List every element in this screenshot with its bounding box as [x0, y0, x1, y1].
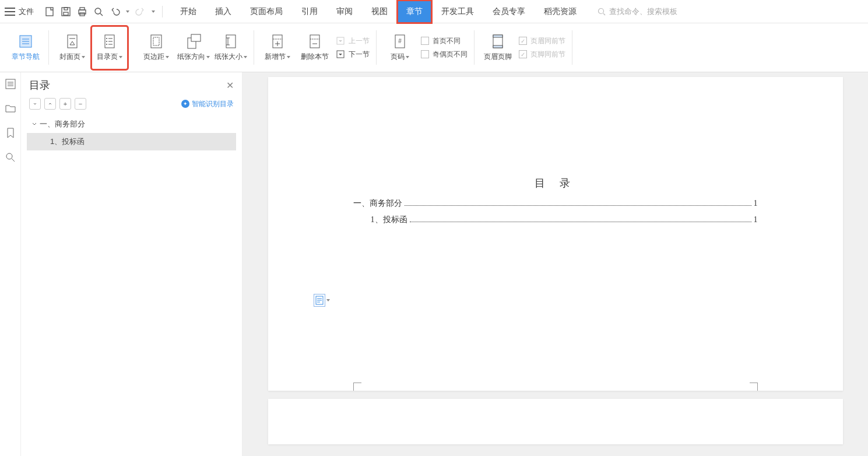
- svg-rect-45: [493, 35, 502, 37]
- insert-section-icon: [269, 33, 286, 50]
- tab-page-layout[interactable]: 页面布局: [241, 0, 292, 23]
- qat-preview-icon[interactable]: [93, 6, 104, 17]
- folder-icon[interactable]: [5, 103, 16, 114]
- tab-view[interactable]: 视图: [362, 0, 397, 23]
- page-corner-mark: [353, 383, 361, 391]
- svg-point-19: [106, 38, 107, 39]
- svg-rect-2: [64, 12, 68, 15]
- chapter-nav-icon: [17, 33, 34, 50]
- orientation-button[interactable]: 纸张方向: [175, 26, 212, 70]
- tab-review[interactable]: 审阅: [327, 0, 362, 23]
- tab-start[interactable]: 开始: [171, 0, 206, 23]
- tab-member[interactable]: 会员专享: [483, 0, 535, 23]
- document-page[interactable]: 目 录 一、 商务部分 1 1、 投标函 1: [268, 77, 843, 391]
- insert-section-button[interactable]: 新增节: [259, 26, 296, 70]
- search-panel-icon[interactable]: [5, 152, 16, 163]
- svg-point-21: [106, 41, 107, 42]
- nav-tree: 一、商务部分 1、投标函: [21, 115, 242, 150]
- hamburger-icon[interactable]: [5, 8, 15, 16]
- toc-line[interactable]: 1、 投标函 1: [353, 215, 758, 225]
- tab-references[interactable]: 引用: [292, 0, 327, 23]
- diff-odd-even-checkbox[interactable]: 奇偶页不同: [421, 50, 468, 59]
- floating-toolbar[interactable]: [314, 294, 330, 307]
- qat-redo-icon[interactable]: [135, 6, 146, 17]
- chapter-nav-button[interactable]: 章节导航: [7, 26, 44, 70]
- footer-same-checkbox[interactable]: 页脚同前节: [519, 50, 565, 59]
- header-footer-button[interactable]: 页眉页脚: [479, 26, 516, 70]
- collapse-all-icon[interactable]: [29, 98, 41, 110]
- next-section-button[interactable]: 下一节: [336, 50, 370, 59]
- tab-insert[interactable]: 插入: [206, 0, 241, 23]
- diff-first-checkbox[interactable]: 首页不同: [421, 36, 468, 46]
- nav-title: 目录: [29, 78, 50, 92]
- svg-point-23: [106, 44, 107, 45]
- floating-caret-icon: [326, 299, 330, 301]
- tree-item-level2[interactable]: 1、投标函: [27, 133, 236, 150]
- cover-page-button[interactable]: 封面页: [54, 26, 91, 70]
- delete-section-button[interactable]: 删除本节: [296, 26, 333, 70]
- svg-rect-3: [64, 8, 68, 10]
- tab-developer[interactable]: 开发工具: [432, 0, 483, 23]
- svg-rect-1: [62, 8, 70, 16]
- page-number-icon: #: [392, 33, 408, 50]
- promote-icon[interactable]: +: [59, 98, 71, 110]
- ribbon-tabs: 开始 插入 页面布局 引用 审阅 视图 章节 开发工具 会员专享 稻壳资源: [171, 0, 586, 23]
- main-area: 目录 ✕ + − ✦ 智能识别目录 一、商务部分 1、投标函: [0, 72, 868, 456]
- svg-line-10: [603, 13, 605, 15]
- document-area[interactable]: 目 录 一、 商务部分 1 1、 投标函 1: [243, 72, 868, 456]
- tab-chapter[interactable]: 章节: [397, 0, 432, 23]
- document-page[interactable]: [268, 399, 843, 444]
- svg-point-51: [6, 153, 12, 159]
- smart-dot-icon: ✦: [181, 100, 189, 108]
- margins-button[interactable]: 页边距: [138, 26, 175, 70]
- toc-line[interactable]: 一、 商务部分 1: [353, 198, 758, 209]
- file-menu[interactable]: 文件: [19, 6, 34, 17]
- toc-page-button[interactable]: 目录页: [91, 26, 128, 70]
- svg-line-8: [100, 13, 103, 16]
- toc-page-icon: [101, 33, 118, 50]
- svg-rect-25: [151, 35, 161, 48]
- svg-rect-26: [153, 37, 159, 45]
- search-placeholder: 查找命令、搜索模板: [609, 6, 677, 17]
- svg-rect-0: [46, 8, 53, 16]
- qat-more-icon[interactable]: [152, 10, 155, 13]
- svg-line-52: [12, 159, 15, 162]
- nav-close-icon[interactable]: ✕: [226, 80, 234, 91]
- ribbon: 章节导航 封面页 目录页 页边距 纸张方向 纸张大小 新增节: [0, 23, 868, 72]
- qat-new-icon[interactable]: [44, 6, 55, 17]
- tree-item-level1[interactable]: 一、商务部分: [27, 115, 236, 133]
- search-box[interactable]: 查找命令、搜索模板: [598, 6, 677, 17]
- page-number-button[interactable]: # 页码: [381, 26, 419, 70]
- undo-dropdown-icon[interactable]: [126, 10, 129, 13]
- margins-icon: [148, 33, 164, 50]
- expand-all-icon[interactable]: [44, 98, 56, 110]
- svg-point-9: [599, 8, 604, 13]
- header-same-checkbox[interactable]: 页眉同前节: [519, 36, 565, 46]
- qat-print-icon[interactable]: [77, 6, 87, 17]
- svg-marker-17: [70, 41, 75, 45]
- outline-view-icon[interactable]: [5, 78, 16, 90]
- floating-doc-icon: [314, 294, 325, 307]
- qat-save-icon[interactable]: [61, 6, 71, 17]
- svg-rect-28: [191, 34, 201, 41]
- paper-size-icon: [223, 33, 239, 50]
- toc-title: 目 录: [353, 176, 758, 190]
- nav-panel: 目录 ✕ + − ✦ 智能识别目录 一、商务部分 1、投标函: [21, 72, 243, 456]
- svg-rect-37: [310, 35, 319, 48]
- next-section-icon: [336, 50, 345, 59]
- svg-rect-46: [493, 45, 502, 48]
- tab-docer[interactable]: 稻壳资源: [535, 0, 586, 23]
- search-icon: [598, 8, 606, 16]
- header-footer-icon: [490, 33, 506, 50]
- smart-recognize-link[interactable]: ✦ 智能识别目录: [181, 99, 234, 109]
- svg-point-7: [95, 8, 101, 14]
- demote-icon[interactable]: −: [75, 98, 86, 110]
- qat-undo-icon[interactable]: [110, 6, 120, 17]
- paper-size-button[interactable]: 纸张大小: [212, 26, 249, 70]
- prev-section-button[interactable]: 上一节: [336, 36, 370, 46]
- page-corner-mark: [750, 383, 758, 391]
- delete-section-icon: [307, 33, 323, 50]
- side-icon-bar: [0, 72, 21, 456]
- svg-rect-5: [80, 8, 85, 10]
- bookmark-icon[interactable]: [6, 127, 15, 139]
